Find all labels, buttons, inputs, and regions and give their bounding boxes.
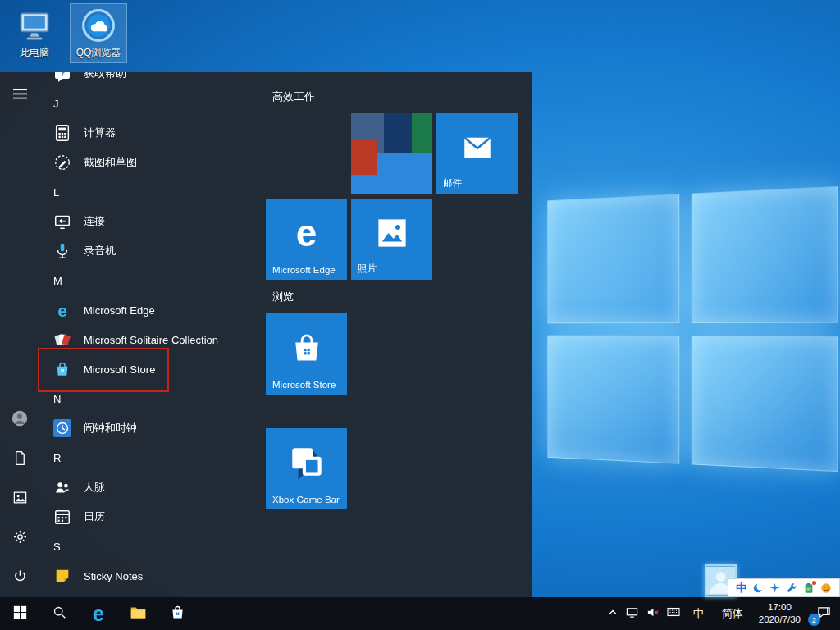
tile-label: Microsoft Store [272, 380, 336, 390]
clipboard-icon[interactable] [803, 582, 815, 594]
windows-logo-icon [13, 605, 27, 623]
start-app-microsoft-edge[interactable]: e Microsoft Edge [39, 295, 264, 325]
section-letter: L [53, 186, 59, 199]
solitaire-icon [52, 330, 72, 349]
annotation-red-box [38, 348, 169, 392]
windows-logo-pane [691, 336, 838, 472]
volume-muted-icon [646, 606, 659, 622]
tile-office[interactable] [351, 113, 432, 194]
app-label: Sticky Notes [84, 570, 143, 582]
tile-mail[interactable]: 邮件 [436, 113, 518, 194]
tile-group-title: 高效工作 [272, 89, 315, 104]
start-menu-rail [0, 72, 39, 597]
desktop-icon-qq-browser[interactable]: QQ浏览器 [71, 4, 126, 62]
app-label: Microsoft Solitaire Collection [84, 334, 218, 346]
start-tiles-area: 高效工作 邮件 e Microsoft Edge 照片 浏览 [266, 72, 532, 597]
notification-dot [812, 581, 816, 585]
taskbar-file-explorer-button[interactable] [118, 597, 158, 630]
touch-keyboard-button[interactable] [663, 597, 684, 630]
clock[interactable]: 17:00 2020/7/30 [752, 597, 807, 630]
calendar-icon [52, 507, 72, 527]
office-tile-square [412, 113, 432, 153]
mail-icon [460, 130, 495, 165]
this-pc-icon [16, 7, 53, 44]
desktop-icon-label: QQ浏览器 [76, 46, 121, 60]
documents-button[interactable] [0, 440, 39, 479]
start-app-list: ? 获取帮助 J 计算器 截图和草图 L 连接 [39, 72, 264, 591]
settings-button[interactable] [0, 518, 39, 558]
ime-mode-indicator[interactable]: 中 [736, 582, 746, 593]
search-icon [52, 605, 66, 623]
action-center-button[interactable]: 2 [807, 597, 840, 630]
start-app-connect[interactable]: 连接 [39, 207, 264, 236]
tile-photos[interactable]: 照片 [351, 199, 432, 280]
network-button[interactable] [622, 597, 642, 630]
xbox-game-bar-icon [286, 442, 327, 483]
tile-group-title: 浏览 [272, 290, 294, 304]
alarms-clock-icon [52, 418, 72, 438]
start-app-alarms-clock[interactable]: 闹钟和时钟 [39, 413, 264, 443]
start-app-people[interactable]: 人脉 [39, 472, 264, 502]
app-label: 日历 [84, 509, 105, 524]
ime-mode-button[interactable]: 中 [684, 597, 713, 630]
ethernet-icon [626, 606, 638, 622]
app-label: 录音机 [84, 244, 116, 258]
taskbar-store-button[interactable] [158, 597, 197, 630]
people-icon [52, 477, 72, 497]
section-letter: N [53, 393, 61, 405]
document-icon [12, 450, 28, 469]
smiley-icon[interactable] [820, 582, 832, 594]
app-label: 闹钟和时钟 [84, 421, 137, 436]
start-section-header-r[interactable]: R [39, 443, 264, 472]
pictures-button[interactable] [0, 479, 39, 518]
edge-icon: e [52, 300, 72, 320]
start-app-sticky-notes[interactable]: Sticky Notes [39, 561, 264, 591]
start-section-header-s[interactable]: S [39, 532, 264, 561]
desktop-icon-this-pc[interactable]: 此电脑 [7, 4, 62, 62]
tile-microsoft-store[interactable]: Microsoft Store [266, 313, 347, 395]
wrench-icon[interactable] [786, 582, 797, 594]
date-label: 2020/7/30 [759, 614, 801, 626]
start-app-voice-recorder[interactable]: 录音机 [39, 236, 264, 266]
app-label: 人脉 [84, 480, 105, 495]
start-app-calendar[interactable]: 日历 [39, 502, 264, 532]
ime-language-button[interactable]: 简体 [713, 597, 752, 630]
keyboard-icon [667, 605, 680, 622]
app-label: 截图和草图 [84, 155, 137, 170]
start-section-header-j[interactable]: J [39, 89, 264, 118]
show-hidden-icons-button[interactable] [604, 597, 622, 630]
night-mode-icon[interactable] [752, 582, 764, 594]
windows-logo-pane [547, 335, 679, 464]
user-account-button[interactable] [0, 400, 39, 440]
tile-label: Microsoft Edge [272, 265, 336, 275]
office-tile-square [384, 113, 412, 153]
start-section-header-l[interactable]: L [39, 177, 264, 207]
search-button[interactable] [39, 597, 79, 630]
photos-icon [375, 216, 409, 250]
start-app-calculator[interactable]: 计算器 [39, 118, 264, 148]
edge-icon: e [93, 604, 104, 624]
app-label: 连接 [84, 214, 105, 229]
sparkle-icon[interactable] [769, 582, 780, 593]
start-app-snip-sketch[interactable]: 截图和草图 [39, 148, 264, 177]
app-label: 获取帮助 [84, 72, 126, 81]
tile-microsoft-edge[interactable]: e Microsoft Edge [266, 199, 347, 280]
qq-browser-icon [80, 7, 117, 44]
tile-label: 照片 [358, 262, 377, 275]
pictures-icon [12, 490, 28, 509]
sticky-notes-icon [52, 566, 72, 586]
rail-bottom-group [0, 400, 39, 597]
power-icon [12, 568, 28, 587]
user-avatar-icon [11, 409, 29, 431]
power-button[interactable] [0, 558, 39, 597]
volume-button[interactable] [642, 597, 663, 630]
expand-menu-button[interactable] [0, 75, 39, 115]
taskbar-edge-button[interactable]: e [79, 597, 118, 630]
start-section-header-m[interactable]: M [39, 266, 264, 295]
store-icon [169, 604, 186, 624]
office-tile-square [351, 140, 377, 175]
start-app-get-help[interactable]: ? 获取帮助 [39, 72, 264, 89]
start-button[interactable] [0, 597, 39, 630]
tile-xbox-game-bar[interactable]: Xbox Game Bar [266, 428, 347, 509]
folder-icon [130, 604, 147, 624]
